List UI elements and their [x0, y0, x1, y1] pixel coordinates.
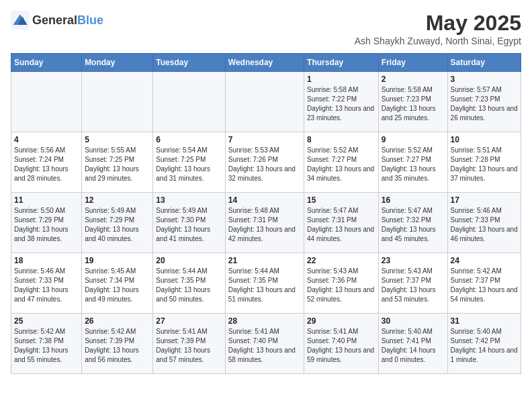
day-detail: Sunrise: 5:46 AM Sunset: 7:33 PM Dayligh…	[451, 206, 518, 244]
calendar-cell: 26Sunrise: 5:42 AM Sunset: 7:39 PM Dayli…	[82, 314, 153, 374]
day-detail: Sunrise: 5:44 AM Sunset: 7:35 PM Dayligh…	[228, 267, 301, 304]
day-number: 27	[156, 316, 222, 326]
calendar-title: May 2025	[355, 11, 521, 36]
page-header: GeneralBlue May 2025 Ash Shaykh Zuwayd, …	[11, 11, 521, 46]
day-number: 30	[382, 316, 445, 326]
col-sunday: Sunday	[11, 54, 82, 72]
calendar-week-3: 11Sunrise: 5:50 AM Sunset: 7:29 PM Dayli…	[11, 193, 521, 253]
col-saturday: Saturday	[447, 54, 521, 72]
calendar-cell: 30Sunrise: 5:40 AM Sunset: 7:41 PM Dayli…	[378, 314, 447, 374]
day-number: 29	[307, 316, 375, 326]
day-detail: Sunrise: 5:49 AM Sunset: 7:30 PM Dayligh…	[156, 206, 222, 244]
day-number: 12	[85, 195, 150, 205]
day-detail: Sunrise: 5:48 AM Sunset: 7:31 PM Dayligh…	[228, 206, 301, 244]
day-detail: Sunrise: 5:43 AM Sunset: 7:37 PM Dayligh…	[382, 267, 445, 304]
logo-icon	[11, 11, 30, 30]
calendar-cell: 11Sunrise: 5:50 AM Sunset: 7:29 PM Dayli…	[11, 193, 82, 253]
day-number: 17	[451, 195, 518, 205]
calendar-cell: 9Sunrise: 5:52 AM Sunset: 7:27 PM Daylig…	[378, 132, 447, 193]
day-number: 20	[156, 256, 222, 265]
col-thursday: Thursday	[304, 54, 379, 72]
day-number: 21	[228, 256, 301, 265]
calendar-cell: 25Sunrise: 5:42 AM Sunset: 7:38 PM Dayli…	[11, 314, 82, 374]
calendar-cell: 27Sunrise: 5:41 AM Sunset: 7:39 PM Dayli…	[153, 314, 225, 374]
day-number: 10	[451, 135, 518, 144]
day-number: 22	[307, 256, 375, 265]
calendar-cell: 18Sunrise: 5:46 AM Sunset: 7:33 PM Dayli…	[11, 253, 82, 314]
day-detail: Sunrise: 5:51 AM Sunset: 7:28 PM Dayligh…	[451, 146, 518, 183]
day-number: 7	[228, 135, 301, 144]
day-number: 15	[307, 195, 375, 205]
day-detail: Sunrise: 5:47 AM Sunset: 7:31 PM Dayligh…	[307, 206, 375, 244]
day-number: 6	[156, 135, 222, 144]
calendar-cell	[225, 72, 304, 132]
calendar-cell: 10Sunrise: 5:51 AM Sunset: 7:28 PM Dayli…	[447, 132, 521, 193]
day-detail: Sunrise: 5:57 AM Sunset: 7:23 PM Dayligh…	[451, 85, 518, 123]
calendar-cell: 6Sunrise: 5:54 AM Sunset: 7:25 PM Daylig…	[153, 132, 225, 193]
calendar-cell: 5Sunrise: 5:55 AM Sunset: 7:25 PM Daylig…	[82, 132, 153, 193]
day-number: 28	[228, 316, 301, 326]
calendar-week-5: 25Sunrise: 5:42 AM Sunset: 7:38 PM Dayli…	[11, 314, 521, 374]
day-number: 14	[228, 195, 301, 205]
calendar-cell: 29Sunrise: 5:41 AM Sunset: 7:40 PM Dayli…	[304, 314, 379, 374]
day-detail: Sunrise: 5:44 AM Sunset: 7:35 PM Dayligh…	[156, 267, 222, 304]
day-number: 25	[14, 316, 79, 326]
day-number: 1	[307, 75, 375, 84]
day-detail: Sunrise: 5:42 AM Sunset: 7:39 PM Dayligh…	[85, 327, 150, 365]
calendar-body: 1Sunrise: 5:58 AM Sunset: 7:22 PM Daylig…	[11, 72, 521, 374]
calendar-cell: 19Sunrise: 5:45 AM Sunset: 7:34 PM Dayli…	[82, 253, 153, 314]
day-detail: Sunrise: 5:50 AM Sunset: 7:29 PM Dayligh…	[14, 206, 79, 244]
day-number: 23	[382, 256, 445, 265]
day-detail: Sunrise: 5:49 AM Sunset: 7:29 PM Dayligh…	[85, 206, 150, 244]
day-number: 31	[451, 316, 518, 326]
calendar-subtitle: Ash Shaykh Zuwayd, North Sinai, Egypt	[355, 36, 521, 46]
day-detail: Sunrise: 5:45 AM Sunset: 7:34 PM Dayligh…	[85, 267, 150, 304]
calendar-cell: 7Sunrise: 5:53 AM Sunset: 7:26 PM Daylig…	[225, 132, 304, 193]
logo-text: GeneralBlue	[32, 13, 103, 28]
calendar-cell: 31Sunrise: 5:40 AM Sunset: 7:42 PM Dayli…	[447, 314, 521, 374]
col-friday: Friday	[378, 54, 447, 72]
calendar-cell	[153, 72, 225, 132]
day-detail: Sunrise: 5:55 AM Sunset: 7:25 PM Dayligh…	[85, 146, 150, 183]
calendar-cell: 12Sunrise: 5:49 AM Sunset: 7:29 PM Dayli…	[82, 193, 153, 253]
calendar-cell: 15Sunrise: 5:47 AM Sunset: 7:31 PM Dayli…	[304, 193, 379, 253]
calendar-cell: 20Sunrise: 5:44 AM Sunset: 7:35 PM Dayli…	[153, 253, 225, 314]
calendar-cell: 4Sunrise: 5:56 AM Sunset: 7:24 PM Daylig…	[11, 132, 82, 193]
day-number: 2	[382, 75, 445, 84]
day-number: 24	[451, 256, 518, 265]
header-row: Sunday Monday Tuesday Wednesday Thursday…	[11, 54, 521, 72]
calendar-week-4: 18Sunrise: 5:46 AM Sunset: 7:33 PM Dayli…	[11, 253, 521, 314]
day-detail: Sunrise: 5:52 AM Sunset: 7:27 PM Dayligh…	[307, 146, 375, 183]
logo-general: General	[32, 13, 77, 27]
calendar-header: Sunday Monday Tuesday Wednesday Thursday…	[11, 54, 521, 72]
calendar-cell: 8Sunrise: 5:52 AM Sunset: 7:27 PM Daylig…	[304, 132, 379, 193]
day-detail: Sunrise: 5:43 AM Sunset: 7:36 PM Dayligh…	[307, 267, 375, 304]
day-detail: Sunrise: 5:56 AM Sunset: 7:24 PM Dayligh…	[14, 146, 79, 183]
day-number: 8	[307, 135, 375, 144]
day-number: 9	[382, 135, 445, 144]
logo: GeneralBlue	[11, 11, 103, 30]
day-detail: Sunrise: 5:46 AM Sunset: 7:33 PM Dayligh…	[14, 267, 79, 304]
col-wednesday: Wednesday	[225, 54, 304, 72]
day-detail: Sunrise: 5:40 AM Sunset: 7:42 PM Dayligh…	[451, 327, 518, 365]
calendar-cell: 21Sunrise: 5:44 AM Sunset: 7:35 PM Dayli…	[225, 253, 304, 314]
day-detail: Sunrise: 5:40 AM Sunset: 7:41 PM Dayligh…	[382, 327, 445, 365]
day-detail: Sunrise: 5:58 AM Sunset: 7:22 PM Dayligh…	[307, 85, 375, 123]
calendar-cell	[11, 72, 82, 132]
day-detail: Sunrise: 5:47 AM Sunset: 7:32 PM Dayligh…	[382, 206, 445, 244]
day-number: 26	[85, 316, 150, 326]
col-tuesday: Tuesday	[153, 54, 225, 72]
calendar-cell: 3Sunrise: 5:57 AM Sunset: 7:23 PM Daylig…	[447, 72, 521, 132]
day-detail: Sunrise: 5:54 AM Sunset: 7:25 PM Dayligh…	[156, 146, 222, 183]
day-detail: Sunrise: 5:53 AM Sunset: 7:26 PM Dayligh…	[228, 146, 301, 183]
calendar-cell: 17Sunrise: 5:46 AM Sunset: 7:33 PM Dayli…	[447, 193, 521, 253]
calendar-cell: 28Sunrise: 5:41 AM Sunset: 7:40 PM Dayli…	[225, 314, 304, 374]
col-monday: Monday	[82, 54, 153, 72]
day-number: 3	[451, 75, 518, 84]
day-detail: Sunrise: 5:41 AM Sunset: 7:40 PM Dayligh…	[307, 327, 375, 365]
calendar-cell: 14Sunrise: 5:48 AM Sunset: 7:31 PM Dayli…	[225, 193, 304, 253]
day-number: 11	[14, 195, 79, 205]
day-number: 13	[156, 195, 222, 205]
day-number: 4	[14, 135, 79, 144]
calendar-cell: 1Sunrise: 5:58 AM Sunset: 7:22 PM Daylig…	[304, 72, 379, 132]
